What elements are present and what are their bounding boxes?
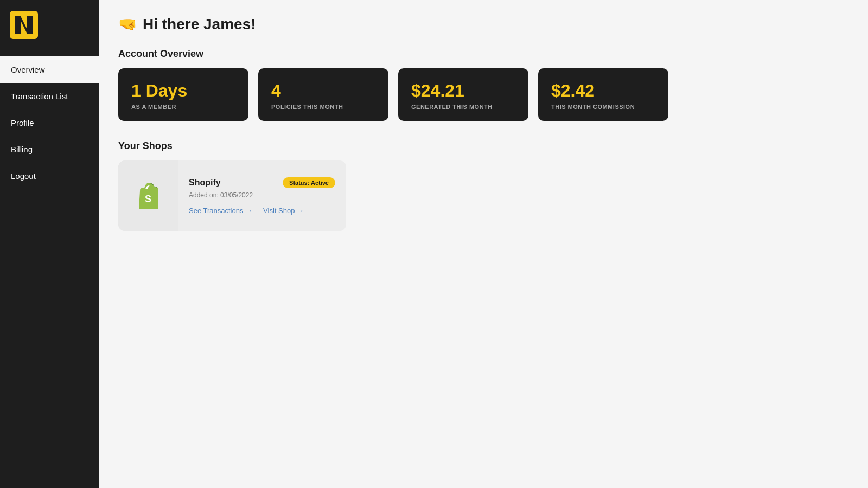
shop-logo-area: S [118, 160, 178, 231]
sidebar: Overview Transaction List Profile Billin… [0, 0, 99, 488]
greeting-emoji: 🤜 [118, 15, 137, 33]
shop-links: See Transactions → Visit Shop → [189, 207, 335, 215]
sidebar-item-overview[interactable]: Overview [0, 56, 99, 83]
shops-section: Your Shops S Shopify Status: [118, 140, 848, 231]
greeting: 🤜 Hi there James! [118, 15, 848, 33]
sidebar-item-billing[interactable]: Billing [0, 136, 99, 163]
stat-label-commission: THIS MONTH COMMISSION [551, 104, 655, 110]
see-transactions-link[interactable]: See Transactions → [189, 207, 252, 215]
main-content: 🤜 Hi there James! Account Overview 1 Day… [99, 0, 868, 488]
shopify-logo-icon: S [129, 176, 168, 215]
shop-header: Shopify Status: Active [189, 177, 335, 188]
stat-card-generated: $24.21 GENERATED THIS MONTH [398, 68, 528, 121]
stat-card-member-days: 1 Days AS A MEMBER [118, 68, 248, 121]
shop-name: Shopify [189, 178, 221, 188]
stat-card-policies: 4 POLICIES THIS MONTH [258, 68, 388, 121]
visit-shop-link[interactable]: Visit Shop → [263, 207, 304, 215]
stat-label-policies: POLICIES THIS MONTH [271, 104, 375, 110]
stat-label-generated: GENERATED THIS MONTH [411, 104, 515, 110]
shop-info: Shopify Status: Active Added on: 03/05/2… [178, 168, 346, 224]
stats-grid: 1 Days AS A MEMBER 4 POLICIES THIS MONTH… [118, 68, 848, 121]
sidebar-item-logout[interactable]: Logout [0, 163, 99, 189]
shops-section-title: Your Shops [118, 140, 848, 152]
svg-text:S: S [145, 194, 151, 204]
stat-value-policies: 4 [271, 81, 375, 100]
greeting-text: Hi there James! [143, 16, 256, 33]
sidebar-item-transaction-list[interactable]: Transaction List [0, 83, 99, 110]
stat-card-commission: $2.42 THIS MONTH COMMISSION [538, 68, 668, 121]
sidebar-item-profile[interactable]: Profile [0, 110, 99, 136]
shop-added-date: Added on: 03/05/2022 [189, 191, 335, 199]
account-overview-title: Account Overview [118, 48, 848, 60]
stat-label-member-days: AS A MEMBER [131, 104, 235, 110]
status-badge: Status: Active [283, 177, 335, 188]
shop-card-shopify: S Shopify Status: Active Added on: 03/05… [118, 160, 346, 231]
sidebar-nav: Overview Transaction List Profile Billin… [0, 56, 99, 189]
stat-value-member-days: 1 Days [131, 81, 235, 100]
logo-area [0, 0, 99, 52]
stat-value-commission: $2.42 [551, 81, 655, 100]
account-overview-section: Account Overview 1 Days AS A MEMBER 4 PO… [118, 48, 848, 121]
logo-icon [10, 11, 38, 39]
stat-value-generated: $24.21 [411, 81, 515, 100]
